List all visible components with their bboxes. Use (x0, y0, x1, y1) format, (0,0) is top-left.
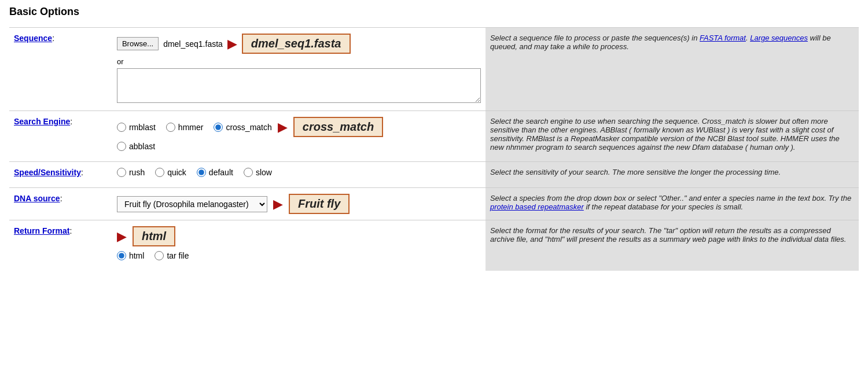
abblast-label: abblast (129, 142, 155, 151)
abblast-option[interactable]: abblast (117, 142, 155, 151)
tar-label: tar file (167, 251, 189, 260)
sequence-label-link[interactable]: Sequence (14, 34, 52, 43)
slow-option[interactable]: slow (244, 168, 272, 177)
dna-source-help: Select a species from the drop down box … (486, 188, 859, 220)
rush-label: rush (129, 168, 145, 177)
rush-option[interactable]: rush (117, 168, 145, 177)
search-engine-label-link[interactable]: Search Engine (14, 117, 70, 126)
return-format-label-link[interactable]: Return Format (14, 226, 69, 235)
speed-help: Select the sensitivity of your search. T… (486, 162, 859, 188)
default-option[interactable]: default (197, 168, 233, 177)
rush-radio[interactable] (117, 168, 126, 177)
dna-source-annotation-box: Fruit fly (289, 194, 350, 214)
return-format-help: Select the format for the results of you… (486, 220, 859, 271)
rmblast-label: rmblast (129, 123, 156, 132)
cross-match-option[interactable]: cross_match (214, 123, 271, 132)
filename-display: dmel_seq1.fasta (163, 39, 223, 49)
large-sequences-link[interactable]: Large sequences (750, 34, 808, 42)
abblast-radio[interactable] (117, 142, 126, 151)
tar-radio[interactable] (155, 251, 164, 260)
html-label: html (129, 251, 144, 260)
dna-source-select[interactable]: Fruit fly (Drosophila melanogaster) Huma… (117, 196, 267, 212)
sequence-textarea[interactable] (117, 68, 481, 103)
hmmer-label: hmmer (178, 123, 204, 132)
html-option[interactable]: html (117, 251, 144, 260)
quick-option[interactable]: quick (155, 168, 186, 177)
arrow-right-icon-4: ▶ (117, 229, 127, 244)
slow-radio[interactable] (244, 168, 253, 177)
fasta-format-link[interactable]: FASTA format (700, 34, 746, 42)
arrow-right-icon: ▶ (227, 36, 237, 51)
default-radio[interactable] (197, 168, 206, 177)
or-text: or (117, 57, 481, 66)
default-label: default (209, 168, 233, 177)
speed-label-link[interactable]: Speed/Sensitivity (14, 168, 81, 177)
cross-match-annotation-box: cross_match (293, 117, 383, 137)
page-title: Basic Options (9, 6, 859, 18)
html-radio[interactable] (117, 251, 126, 260)
arrow-right-icon-3: ▶ (273, 197, 283, 212)
quick-radio[interactable] (155, 168, 164, 177)
arrow-right-icon-2: ▶ (278, 120, 288, 135)
quick-label: quick (167, 168, 186, 177)
search-engine-help: Select the search engine to use when sea… (486, 111, 859, 162)
dna-source-label-link[interactable]: DNA source (14, 194, 60, 203)
hmmer-option[interactable]: hmmer (166, 123, 204, 132)
protein-repeatmasker-link[interactable]: protein based repeatmasker (490, 202, 584, 211)
filename-annotation-box: dmel_seq1.fasta (242, 34, 351, 54)
hmmer-radio[interactable] (166, 123, 175, 132)
cross-match-radio[interactable] (214, 123, 223, 132)
cross-match-label: cross_match (226, 123, 271, 132)
browse-button[interactable]: Browse... (117, 37, 159, 50)
slow-label: slow (256, 168, 272, 177)
tar-file-option[interactable]: tar file (155, 251, 189, 260)
return-format-annotation-box: html (133, 226, 175, 246)
rmblast-option[interactable]: rmblast (117, 123, 156, 132)
sequence-help: Select a sequence file to process or pas… (486, 28, 859, 111)
rmblast-radio[interactable] (117, 123, 126, 132)
